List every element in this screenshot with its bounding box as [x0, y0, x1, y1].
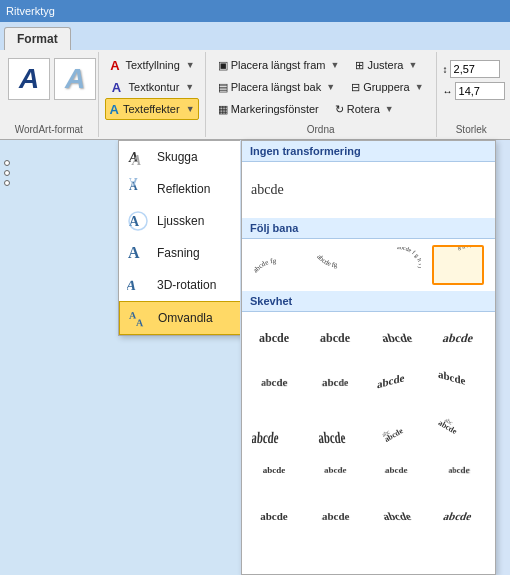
placera-fram-icon: ▣: [218, 59, 228, 72]
height-input[interactable]: [450, 60, 500, 78]
svg-text:g h i j k l m n o p: g h i j k l m n o p: [457, 247, 480, 250]
s14-text: abcde: [323, 465, 347, 474]
texteffekter-arrow: ▼: [186, 104, 195, 114]
height-icon: ↕: [443, 64, 448, 75]
textkontur-arrow: ▼: [185, 82, 194, 92]
flyout-item-e1[interactable]: abcde: [248, 496, 300, 536]
wordart-icon-light[interactable]: A: [54, 58, 96, 100]
textfyllning-icon: A: [109, 57, 122, 73]
flyout-item-arch-down[interactable]: abcde fg: [309, 245, 361, 285]
flyout-item-s8[interactable]: abcde: [432, 362, 484, 402]
btn-textkontur[interactable]: A Textkontur ▼: [105, 76, 199, 98]
flyout-item-s12[interactable]: abcde abc: [432, 406, 484, 446]
rotera-icon: ↻: [335, 103, 344, 116]
left-panel: A A Skugga ▶ A A Reflektion ▶: [0, 140, 240, 575]
btn-markeringsfonstret[interactable]: ▦ Markeringsfönster: [212, 98, 325, 120]
tab-strip: Format: [0, 22, 510, 50]
flyout-item-s6[interactable]: abcde: [309, 362, 361, 402]
justera-label: Justera: [367, 59, 403, 71]
width-input[interactable]: [455, 82, 505, 100]
flyout-item-s5[interactable]: abcde: [248, 362, 300, 402]
flyout-item-s2[interactable]: abcde: [309, 318, 361, 358]
flyout-item-s15[interactable]: abcde: [371, 450, 423, 490]
textfyllning-label: Textfyllning: [125, 59, 179, 71]
ruler-mark-3: [4, 180, 10, 186]
reflektion-icon: A A: [127, 178, 149, 200]
wordart-icons: A A: [8, 54, 96, 104]
menu-item-ljussken[interactable]: A Ljussken ▶: [119, 205, 240, 237]
dropdown-menu: A A Skugga ▶ A A Reflektion ▶: [118, 140, 240, 336]
btn-gruppera[interactable]: ⊟ Gruppera ▼: [345, 76, 429, 98]
rotera-label: Rotera: [347, 103, 380, 115]
section-title-folj: Följ bana: [242, 218, 495, 239]
wordart-section-label: WordArt-format: [15, 120, 83, 135]
flyout-item-plain[interactable]: abcde: [250, 170, 487, 210]
s3-text: abcde: [379, 331, 413, 346]
omvandla-label: Omvandla: [158, 311, 213, 325]
flyout-item-arch-up[interactable]: abcde fg: [248, 245, 300, 285]
tab-format[interactable]: Format: [4, 27, 71, 50]
flyout-item-s13[interactable]: abcde: [248, 450, 300, 490]
svg-text:abcde: abcde: [377, 371, 405, 390]
texteffekter-label: Texteffekter: [123, 103, 180, 115]
btn-rotera[interactable]: ↻ Rotera ▼: [329, 98, 400, 120]
menu-item-3d-rotation[interactable]: A 3D-rotation ▶: [119, 269, 240, 301]
placera-bak-arrow: ▼: [326, 82, 335, 92]
flyout-item-s3[interactable]: abcde: [371, 318, 423, 358]
markeringsf-label: Markeringsfönster: [231, 103, 319, 115]
wordart-icon-blue[interactable]: A: [8, 58, 50, 100]
ordna-row-1: ▣ Placera längst fram ▼ ⊞ Justera ▼: [212, 54, 430, 76]
menu-item-fasning[interactable]: A Fasning ▶: [119, 237, 240, 269]
btn-placera-bak[interactable]: ▤ Placera längst bak ▼: [212, 76, 341, 98]
btn-placera-fram[interactable]: ▣ Placera längst fram ▼: [212, 54, 346, 76]
section-title-skevhet: Skevhet: [242, 291, 495, 312]
textkontur-icon: A: [109, 79, 125, 95]
flyout-item-s4[interactable]: abcde: [432, 318, 484, 358]
e3-text: abcde: [381, 510, 413, 522]
svg-text:abcde f g h i j: abcde f g h i j: [396, 247, 420, 269]
flyout-item-s9[interactable]: abcde: [248, 406, 300, 446]
ribbon: A A WordArt-format A Textfyllning ▼ A Te…: [0, 50, 510, 140]
btn-texteffekter[interactable]: A Texteffekter ▼: [105, 98, 199, 120]
section-title-ingen: Ingen transformering: [242, 141, 495, 162]
svg-text:abcde: abcde: [252, 429, 279, 445]
left-ruler: [2, 160, 12, 320]
flyout-item-s16[interactable]: abcde: [432, 450, 484, 490]
placera-fram-label: Placera längst fram: [231, 59, 326, 71]
justera-arrow: ▼: [408, 60, 417, 70]
menu-item-skugga[interactable]: A A Skugga ▶: [119, 141, 240, 173]
flyout-item-s11[interactable]: abcde abc: [371, 406, 423, 446]
s13-text: abcde: [263, 466, 286, 475]
s5-text: abcde: [261, 376, 288, 389]
texteffekter-icon: A: [110, 101, 119, 117]
flyout-item-s10[interactable]: abcde: [309, 406, 361, 446]
ljussken-label: Ljussken: [157, 214, 204, 228]
svg-text:A: A: [127, 277, 138, 293]
flyout-item-circle-cw[interactable]: abcde f g h i j: [371, 245, 423, 285]
menu-item-omvandla[interactable]: A A Omvandla ▶: [119, 301, 240, 335]
flyout-item-e2[interactable]: abcde: [309, 496, 361, 536]
storlek-label: Storlek: [456, 120, 487, 135]
size-row-2: ↔: [443, 82, 500, 100]
flyout-panel[interactable]: Ingen transformering abcde Följ bana abc…: [241, 140, 496, 575]
reflektion-label: Reflektion: [157, 182, 210, 196]
placera-bak-label: Placera längst bak: [231, 81, 322, 93]
btn-justera[interactable]: ⊞ Justera ▼: [349, 54, 423, 76]
flyout-item-e3[interactable]: abcde: [371, 496, 423, 536]
flyout-item-e4[interactable]: abcde: [432, 496, 484, 536]
title-label: Ritverktyg: [6, 5, 55, 17]
e1-text: abcde: [260, 510, 288, 522]
ruler-mark-1: [4, 160, 10, 166]
flyout-item-s14[interactable]: abcde: [309, 450, 361, 490]
s6-text: abcde: [321, 376, 348, 389]
ribbon-section-wordart: A A WordArt-format: [4, 52, 99, 137]
flyout-item-circle-ccw[interactable]: g h i j k l m n o p: [432, 245, 484, 285]
flyout-item-s1[interactable]: abcde: [248, 318, 300, 358]
menu-item-reflektion[interactable]: A A Reflektion ▶: [119, 173, 240, 205]
rotera-arrow: ▼: [385, 104, 394, 114]
flyout-item-s7[interactable]: abcde: [371, 362, 423, 402]
btn-textfyllning[interactable]: A Textfyllning ▼: [105, 54, 199, 76]
markeringsf-icon: ▦: [218, 103, 228, 116]
svg-text:abcde: abcde: [318, 429, 347, 445]
ljussken-icon: A: [127, 210, 149, 232]
